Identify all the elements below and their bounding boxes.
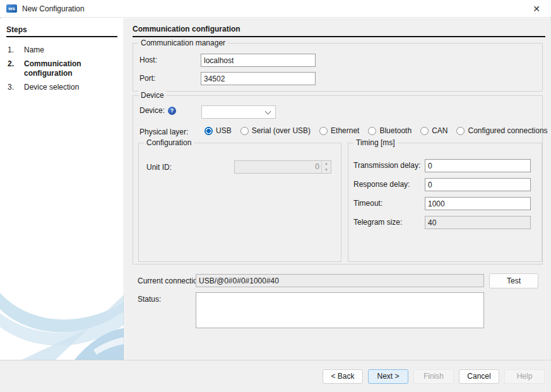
status-label: Status: <box>138 293 161 306</box>
radio-icon <box>368 127 376 135</box>
current-connection-field <box>196 274 484 287</box>
radio-label: Bluetooth <box>379 126 412 135</box>
host-field[interactable] <box>201 54 316 67</box>
port-label: Port: <box>139 72 155 85</box>
spinner-buttons: ▲ ▼ <box>321 161 331 173</box>
page-title: Communication configuration <box>133 25 545 37</box>
configuration-group: Configuration Unit ID: 0 ▲ ▼ <box>138 143 341 262</box>
test-button[interactable]: Test <box>489 273 538 288</box>
response-delay-label: Response delay: <box>353 178 410 191</box>
step-label: Device selection <box>24 83 101 92</box>
group-title: Timing [ms] <box>353 138 398 147</box>
device-group: Device Device: ? Physical layer: USB Ser… <box>133 95 543 264</box>
step-number: 1. <box>8 45 24 55</box>
timing-group: Timing [ms] Transmission delay: Response… <box>348 143 542 262</box>
transmission-delay-field[interactable] <box>425 159 531 172</box>
steps-heading: Steps <box>6 25 117 37</box>
radio-label: Ethernet <box>331 126 359 135</box>
radio-label: CAN <box>432 126 447 135</box>
window-title: New Configuration <box>22 4 85 13</box>
radio-icon <box>319 127 328 135</box>
host-label: Host: <box>139 54 157 67</box>
telegram-size-label: Telegram size: <box>353 216 402 229</box>
steps-list: 1. Name 2. Communication configuration 3… <box>0 45 124 97</box>
wizard-footer: < Back Next > Finish Cancel Help <box>0 360 551 392</box>
app-logo-icon: ws <box>6 4 17 13</box>
physical-layer-label: Physical layer: <box>139 128 188 137</box>
physical-layer-options: USB Serial (over USB) Ethernet Bluetooth… <box>204 126 548 135</box>
group-title: Device <box>138 91 167 100</box>
spinner-up-icon: ▲ <box>322 161 331 167</box>
step-item-name: 1. Name <box>0 45 124 59</box>
finish-button: Finish <box>413 369 454 384</box>
current-connection-label: Current connection: <box>138 275 204 288</box>
help-button: Help <box>504 369 545 384</box>
communication-manager-group: Communication manager Host: Port: <box>133 43 543 92</box>
steps-sidebar: Steps 1. Name 2. Communication configura… <box>0 18 124 360</box>
help-icon[interactable]: ? <box>168 107 176 115</box>
timeout-field[interactable] <box>425 197 531 210</box>
next-button[interactable]: Next > <box>368 369 408 384</box>
radio-icon <box>420 127 429 135</box>
new-configuration-dialog: ws New Configuration ✕ Steps 1. Name 2. … <box>0 0 551 392</box>
watermark-graphic <box>0 285 124 360</box>
telegram-size-field <box>425 216 531 229</box>
unit-id-value: 0 <box>235 161 321 173</box>
chevron-down-icon <box>265 108 271 114</box>
radio-label: Serial (over USB) <box>252 126 311 135</box>
step-label: Name <box>24 45 101 55</box>
radio-can[interactable]: CAN <box>420 126 447 135</box>
radio-configured-connections[interactable]: Configured connections <box>456 126 547 135</box>
close-icon[interactable]: ✕ <box>526 0 547 18</box>
timeout-label: Timeout: <box>353 197 382 210</box>
radio-icon <box>456 127 465 135</box>
radio-icon <box>204 127 213 135</box>
transmission-delay-label: Transmission delay: <box>353 159 420 172</box>
group-title: Configuration <box>144 138 194 147</box>
step-number: 3. <box>8 83 24 92</box>
unit-id-stepper: 0 ▲ ▼ <box>234 160 331 174</box>
step-item-communication-configuration: 2. Communication configuration <box>0 59 124 83</box>
status-box[interactable] <box>196 292 484 328</box>
device-label: Device: <box>139 106 165 115</box>
radio-label: USB <box>216 126 232 135</box>
back-button[interactable]: < Back <box>323 369 363 384</box>
title-bar: ws New Configuration ✕ <box>0 0 551 18</box>
radio-serial-over-usb[interactable]: Serial (over USB) <box>240 126 311 135</box>
device-dropdown[interactable] <box>201 105 276 119</box>
radio-icon <box>240 127 249 135</box>
radio-label: Configured connections <box>468 126 547 135</box>
response-delay-field[interactable] <box>425 178 531 191</box>
cancel-button[interactable]: Cancel <box>459 369 499 384</box>
step-number: 2. <box>8 59 24 78</box>
port-field[interactable] <box>201 72 316 85</box>
step-label: Communication configuration <box>24 59 101 78</box>
unit-id-label: Unit ID: <box>146 161 172 174</box>
radio-bluetooth[interactable]: Bluetooth <box>368 126 412 135</box>
spinner-down-icon: ▼ <box>322 167 331 174</box>
wizard-page: Communication configuration Communicatio… <box>125 18 551 360</box>
radio-ethernet[interactable]: Ethernet <box>319 126 359 135</box>
step-item-device-selection: 3. Device selection <box>0 83 124 97</box>
radio-usb[interactable]: USB <box>204 126 232 135</box>
group-title: Communication manager <box>138 39 228 47</box>
